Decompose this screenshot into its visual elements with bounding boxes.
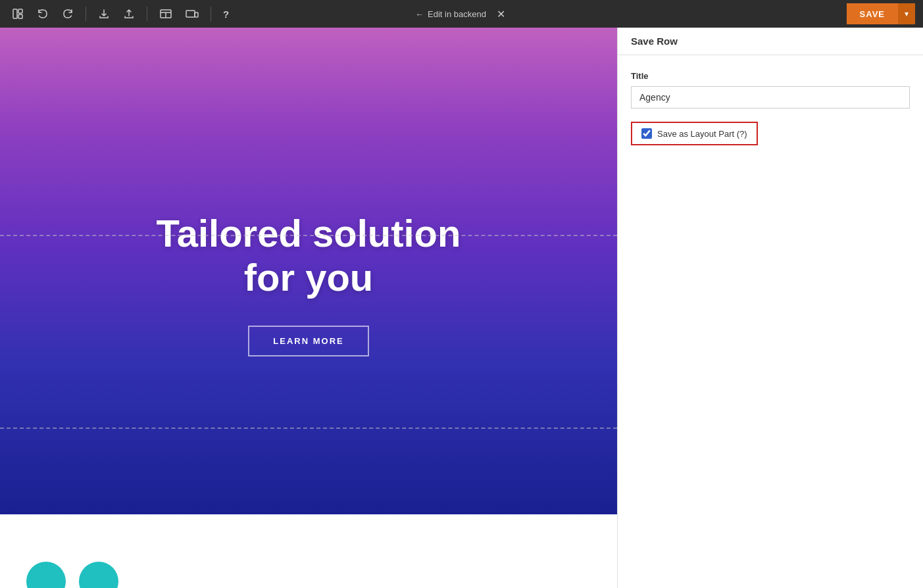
layout-icon[interactable] bbox=[8, 5, 28, 22]
panel-header: Save Row bbox=[618, 28, 923, 55]
divider1 bbox=[86, 7, 86, 21]
import-icon[interactable] bbox=[94, 5, 114, 22]
teal-logo-1 bbox=[26, 562, 66, 588]
panel-title: Save Row bbox=[631, 36, 678, 47]
save-as-layout-part-label[interactable]: Save as Layout Part (?) bbox=[657, 129, 747, 139]
save-dropdown-button[interactable]: ▾ bbox=[898, 3, 915, 24]
title-field-label: Title bbox=[631, 71, 910, 81]
right-panel: Save Row Title Save as Layout Part (?) bbox=[617, 28, 923, 588]
teal-logo-2 bbox=[79, 562, 118, 588]
close-button[interactable]: ✕ bbox=[494, 5, 508, 23]
help-icon[interactable]: ? bbox=[219, 6, 233, 22]
selection-bottom-border bbox=[0, 428, 617, 429]
redo-icon[interactable] bbox=[58, 5, 78, 22]
svg-rect-1 bbox=[18, 9, 22, 13]
panel-body: Title Save as Layout Part (?) bbox=[618, 55, 923, 588]
toolbar: ? ← Edit in backend ✕ SAVE ▾ bbox=[0, 0, 923, 28]
main-content: Tailored solution for you LEARN MORE Sav… bbox=[0, 28, 923, 588]
toolbar-center: ← Edit in backend ✕ bbox=[415, 5, 508, 23]
undo-icon[interactable] bbox=[33, 5, 53, 22]
back-arrow-icon: ← bbox=[415, 9, 424, 19]
save-as-layout-part-container: Save as Layout Part (?) bbox=[631, 122, 758, 145]
preview-icon[interactable] bbox=[155, 5, 176, 22]
export-icon[interactable] bbox=[119, 5, 139, 22]
edit-in-backend-link[interactable]: ← Edit in backend bbox=[415, 9, 486, 19]
svg-rect-0 bbox=[13, 9, 17, 18]
divider3 bbox=[211, 7, 211, 21]
svg-rect-7 bbox=[195, 12, 198, 17]
responsive-icon[interactable] bbox=[182, 5, 203, 22]
save-as-layout-part-checkbox[interactable] bbox=[641, 128, 652, 139]
hero-section: Tailored solution for you LEARN MORE bbox=[0, 28, 617, 514]
below-hero-section bbox=[0, 514, 617, 588]
svg-rect-2 bbox=[18, 14, 22, 18]
divider2 bbox=[147, 7, 147, 21]
toolbar-right: SAVE ▾ bbox=[847, 3, 915, 24]
hero-title-line1: Tailored solution bbox=[157, 212, 461, 255]
svg-rect-6 bbox=[186, 11, 195, 17]
hero-title: Tailored solution for you bbox=[157, 212, 461, 299]
canvas-area: Tailored solution for you LEARN MORE bbox=[0, 28, 617, 588]
save-button[interactable]: SAVE bbox=[847, 3, 898, 24]
selection-top-border bbox=[0, 235, 617, 236]
hero-learn-more-button[interactable]: LEARN MORE bbox=[248, 326, 368, 356]
edit-in-backend-label: Edit in backend bbox=[428, 9, 486, 19]
title-input[interactable] bbox=[631, 86, 910, 109]
hero-title-line2: for you bbox=[244, 256, 374, 299]
below-hero-content bbox=[0, 514, 617, 588]
hero-content: Tailored solution for you LEARN MORE bbox=[157, 212, 461, 356]
save-button-group: SAVE ▾ bbox=[847, 3, 915, 24]
